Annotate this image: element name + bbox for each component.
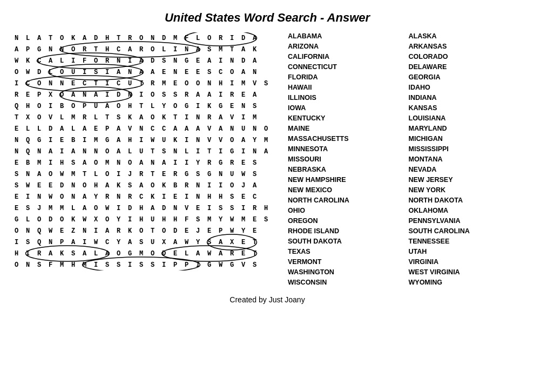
grid-cell: L [90,112,102,123]
grid-cell: O [56,66,68,78]
grid-cell: O [33,112,45,123]
grid-cell: M [68,112,79,123]
grid-cell: J [124,168,136,180]
grid-cell: R [170,168,181,180]
grid-cell: T [136,100,147,112]
grid-cell: N [22,225,33,236]
grid-cell: I [45,157,56,168]
word-item: VERMONT [288,258,403,266]
grid-cell: S [249,100,260,112]
grid-cell: U [147,236,158,248]
grid-cell: A [170,236,181,248]
grid-cell: N [215,168,226,180]
grid-cell: X [22,112,33,123]
grid-cell: I [22,191,33,202]
word-item: WEST VIRGINIA [409,268,524,276]
grid-cell: G [204,168,215,180]
grid-cell: O [11,225,22,236]
grid-cell: S [215,202,226,214]
grid-cell: G [226,259,238,271]
grid-cell: N [56,78,68,89]
grid-cell: A [113,66,124,78]
grid-cell: G [181,100,192,112]
grid-cell: L [22,214,33,225]
grid-cell: S [113,112,124,123]
grid-cell: K [147,191,158,202]
grid-cell: E [226,100,238,112]
content-area: NLATOKADHTRONDMFLORIDAAPGNNORTHCAROLINAS… [11,32,524,289]
word-item: NORTH DAKOTA [409,197,524,204]
grid-cell: D [113,89,124,100]
grid-cell: N [192,134,204,146]
word-item: HAWAII [288,84,403,91]
grid-cell: M [238,214,249,225]
grid-cell: S [249,259,260,271]
grid-cell: Y [113,214,124,225]
grid-cell: A [102,225,113,236]
grid-cell: I [79,134,90,146]
grid-cell: U [90,100,102,112]
word-item: MONTANA [409,156,524,163]
grid-cell: T [136,78,147,89]
footer: Created by Just Joany [11,295,524,304]
grid-cell: S [147,259,158,271]
grid-cell: E [11,191,22,202]
grid-cell: R [124,32,136,44]
grid-cell: L [192,32,204,44]
grid-cell: W [90,236,102,248]
grid-cell: T [147,146,158,157]
grid-cell: S [226,191,238,202]
grid-cell: E [238,236,249,248]
grid-cell: N [79,89,90,100]
grid-cell: D [158,32,170,44]
grid-cell: S [102,259,113,271]
grid-cell: L [68,202,79,214]
grid-cell: E [68,78,79,89]
grid-cell: S [249,168,260,180]
grid-cell: E [158,168,170,180]
grid-cell: S [113,259,124,271]
grid-cell: S [136,259,147,271]
grid-cell: R [249,202,260,214]
grid-cell: J [238,180,249,191]
grid-cell: O [102,146,113,157]
word-item: TEXAS [288,248,403,255]
grid-cell: I [113,168,124,180]
grid-cell: C [249,191,260,202]
grid-cell: N [113,191,124,202]
grid-cell: S [158,55,170,66]
word-item: PENNSYLVANIA [409,217,524,225]
grid-cell: A [238,134,249,146]
grid-cell: N [170,55,181,66]
grid-cell: H [215,191,226,202]
grid-cell: H [136,202,147,214]
word-item: MINNESOTA [288,145,403,153]
grid-cell: O [170,100,181,112]
grid-cell: M [79,259,90,271]
grid-cell: I [215,180,226,191]
grid-cell: I [192,146,204,157]
grid-cell: A [56,123,68,134]
grid-cell: M [170,32,181,44]
grid-cell: D [45,214,56,225]
grid-cell: T [204,146,215,157]
word-item: MISSISSIPPI [409,145,524,153]
grid-cell: A [192,44,204,55]
grid-cell: M [102,157,113,168]
grid-cell: Y [238,225,249,236]
grid-cell: A [147,202,158,214]
grid-cell: A [136,112,147,123]
grid-cell: A [249,180,260,191]
grid-cell: O [56,191,68,202]
word-item: IDAHO [409,84,524,91]
grid-cell: S [192,214,204,225]
grid-cell: E [192,66,204,78]
grid-cell: W [56,168,68,180]
grid-cell: F [79,55,90,66]
grid-cell: O [33,214,45,225]
word-grid: NLATOKADHTRONDMFLORIDAAPGNNORTHCAROLINAS… [11,32,272,271]
grid-cell: O [90,202,102,214]
grid-cell: N [33,191,45,202]
grid-cell: I [11,78,22,89]
grid-cell: O [45,168,56,180]
